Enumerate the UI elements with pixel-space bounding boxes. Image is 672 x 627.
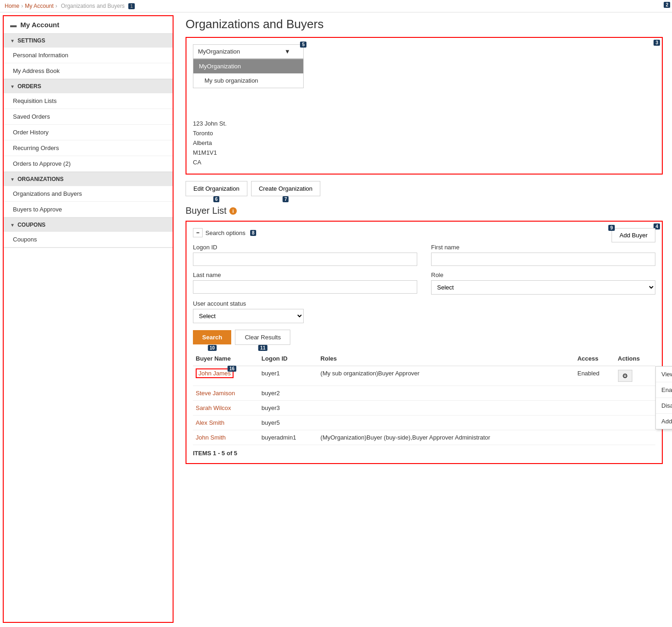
sidebar-item-personal-info[interactable]: Personal Information: [4, 48, 173, 63]
cell-actions: ⚙ View details 12 Enable user account: [615, 366, 656, 386]
first-name-group: First name: [431, 244, 655, 266]
cell-logon-id: buyer2: [259, 386, 318, 401]
breadcrumb-home[interactable]: Home: [5, 3, 19, 9]
buyer-name-link[interactable]: John James 16: [196, 368, 234, 378]
orders-header[interactable]: ▼ ORDERS: [4, 79, 173, 93]
org-country: CA: [193, 157, 655, 167]
cell-access: Enabled: [575, 366, 615, 386]
cell-buyer-name: John James 16: [193, 366, 259, 386]
chevron-icon: ▼: [10, 177, 15, 182]
col-actions: Actions: [615, 351, 656, 366]
status-group: User account status Select: [193, 300, 331, 323]
gear-button[interactable]: ⚙: [618, 370, 632, 382]
search-options-toggle[interactable]: −: [193, 228, 203, 237]
first-name-input[interactable]: [431, 253, 655, 266]
table-row: Sarah Wilcox buyer3: [193, 401, 655, 416]
breadcrumb-sep2: ›: [55, 3, 57, 9]
org-city: Toronto: [193, 128, 655, 138]
last-name-label: Last name: [193, 271, 417, 278]
cell-logon-id: buyer5: [259, 416, 318, 430]
search-panel: 4 − Search options 8 9 Add Buyer Logon I…: [186, 221, 663, 464]
search-options-header: − Search options 8: [193, 228, 655, 237]
cell-roles: [318, 386, 575, 401]
sidebar-item-recurring-orders[interactable]: Recurring Orders: [4, 140, 173, 156]
sidebar-item-orders-to-approve[interactable]: Orders to Approve (2): [4, 156, 173, 172]
org-address-line1: 123 John St.: [193, 119, 655, 128]
buyer-table: Buyer Name Logon ID Roles Access Actions: [193, 351, 655, 445]
org-dropdown-wrapper: 5 MyOrganization ▼ MyOrganization My sub…: [193, 44, 304, 59]
last-name-group: Last name: [193, 271, 417, 295]
edit-org-button[interactable]: Edit Organization 6: [186, 181, 247, 196]
org-option-suborg[interactable]: My sub organization: [193, 73, 303, 88]
sidebar-item-coupons[interactable]: Coupons: [4, 232, 173, 247]
organizations-label: ORGANIZATIONS: [18, 176, 64, 182]
sidebar-item-address-book[interactable]: My Address Book: [4, 63, 173, 79]
buyer-name-link[interactable]: John Smith: [196, 434, 226, 441]
action-add-buyer[interactable]: Add buyer 15: [656, 414, 672, 429]
last-name-input[interactable]: [193, 280, 417, 294]
logon-id-input[interactable]: [193, 253, 417, 266]
coupons-header[interactable]: ▼ COUPONS: [4, 218, 173, 232]
status-label: User account status: [193, 300, 331, 307]
cell-logon-id: buyer1: [259, 366, 318, 386]
table-body: John James 16 buyer1 (My sub organizatio…: [193, 366, 655, 445]
organizations-header[interactable]: ▼ ORGANIZATIONS: [4, 172, 173, 186]
items-count: ITEMS 1 - 5 of 5: [193, 450, 655, 457]
main-layout: 2 ▬ My Account ▼ SETTINGS Personal Infor…: [0, 12, 672, 626]
cell-buyer-name: Alex Smith: [193, 416, 259, 430]
search-options-label: Search options: [205, 229, 246, 236]
table-row: John Smith buyeradmin1 (MyOrganization)B…: [193, 430, 655, 445]
sidebar-item-orgs-and-buyers[interactable]: Organizations and Buyers: [4, 186, 173, 202]
items-count-text: ITEMS 1 - 5 of 5: [193, 450, 237, 457]
info-icon: i: [229, 207, 237, 215]
cell-buyer-name: Sarah Wilcox: [193, 401, 259, 416]
settings-header[interactable]: ▼ SETTINGS: [4, 34, 173, 48]
breadcrumb: Home › My Account › Organizations and Bu…: [0, 0, 672, 12]
cell-roles: [318, 401, 575, 416]
cell-access: [575, 401, 615, 416]
org-province: Alberta: [193, 138, 655, 148]
sidebar-header: ▬ My Account: [4, 16, 173, 34]
table-row: Alex Smith buyer5: [193, 416, 655, 430]
org-info: 123 John St. Toronto Alberta M1M1V1 CA: [193, 119, 655, 167]
search-actions: Search 10 Clear Results 11: [193, 330, 655, 345]
clear-results-button[interactable]: Clear Results 11: [235, 330, 290, 345]
action-enable-account[interactable]: Enable user account 13: [656, 382, 672, 398]
sidebar-item-saved-orders[interactable]: Saved Orders: [4, 109, 173, 125]
action-disable-account[interactable]: Disable user account 14: [656, 398, 672, 414]
cell-access: [575, 430, 615, 445]
sidebar: 2 ▬ My Account ▼ SETTINGS Personal Infor…: [3, 15, 174, 623]
status-select[interactable]: Select: [193, 309, 304, 323]
breadcrumb-sep1: ›: [21, 3, 23, 9]
sidebar-section-settings: ▼ SETTINGS Personal Information My Addre…: [4, 34, 173, 79]
buyer-name-link[interactable]: Alex Smith: [196, 419, 224, 426]
buyer-name-link[interactable]: Steve Jamison: [196, 390, 235, 397]
org-select-display[interactable]: MyOrganization ▼: [193, 44, 304, 59]
cell-actions: [615, 401, 656, 416]
breadcrumb-badge: 1: [128, 3, 135, 9]
sidebar-item-buyers-to-approve[interactable]: Buyers to Approve: [4, 202, 173, 217]
create-org-button[interactable]: Create Organization 7: [251, 181, 320, 196]
cell-access: [575, 386, 615, 401]
org-box: 3 5 MyOrganization ▼ MyOrganization My s…: [186, 37, 663, 175]
sidebar-item-order-history[interactable]: Order History: [4, 125, 173, 140]
row1-badge: 16: [228, 366, 236, 372]
cell-buyer-name: Steve Jamison: [193, 386, 259, 401]
table-row: Steve Jamison buyer2: [193, 386, 655, 401]
org-selected-label: MyOrganization: [198, 48, 240, 55]
sidebar-section-organizations: ▼ ORGANIZATIONS Organizations and Buyers…: [4, 172, 173, 218]
add-buyer-button[interactable]: 9 Add Buyer: [612, 228, 655, 242]
org-action-buttons: Edit Organization 6 Create Organization …: [186, 181, 663, 196]
action-view-details[interactable]: View details 12: [656, 367, 672, 382]
breadcrumb-myaccount[interactable]: My Account: [25, 3, 54, 9]
page-title: Organizations and Buyers: [186, 17, 663, 31]
search-button[interactable]: Search 10: [193, 330, 231, 344]
chevron-icon: ▼: [10, 38, 15, 43]
buyer-name-link[interactable]: Sarah Wilcox: [196, 404, 231, 411]
cell-access: [575, 416, 615, 430]
org-option-myorg[interactable]: MyOrganization: [193, 59, 303, 73]
sidebar-item-requisition-lists[interactable]: Requisition Lists: [4, 93, 173, 109]
add-buyer-badge: 9: [608, 225, 615, 231]
org-dropdown-menu: MyOrganization My sub organization: [193, 59, 304, 88]
role-select[interactable]: Select: [431, 280, 655, 295]
